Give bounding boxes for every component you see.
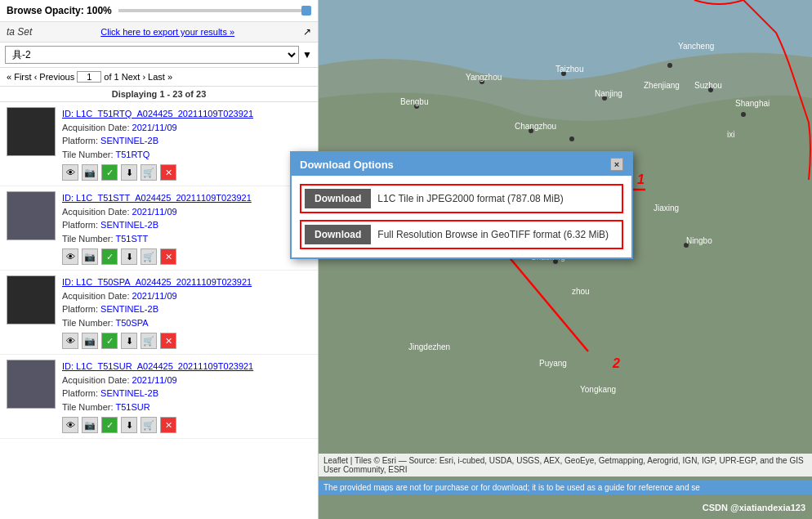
- thumbnail: [7, 191, 56, 240]
- remove-icon[interactable]: ✕: [160, 248, 176, 265]
- result-details: ID: L1C_T51RTQ_A024425_20211109T023921 A…: [62, 107, 311, 181]
- download-button-1[interactable]: Download: [305, 189, 371, 208]
- result-details: ID: L1C_T50SPA_A024425_20211109T023921 A…: [62, 275, 311, 349]
- pagination-bar: « First ‹ Previous of 1 Next › Last »: [0, 68, 318, 87]
- first-link[interactable]: « First: [7, 72, 32, 82]
- csdn-watermark: CSDN @xiatiandexia123: [703, 503, 805, 512]
- camera-icon[interactable]: 📷: [82, 417, 98, 433]
- remove-icon[interactable]: ✕: [160, 417, 176, 433]
- export-link[interactable]: Click here to export your results »: [100, 27, 234, 37]
- thumbnail: [7, 275, 56, 324]
- svg-text:Jingdezhen: Jingdezhen: [408, 342, 450, 351]
- map-background: Bengbu Yangzhou Taizhou Yancheng Nanjing…: [319, 0, 812, 519]
- dropdown-icon[interactable]: ▼: [302, 49, 312, 60]
- cart-icon[interactable]: 🛒: [141, 164, 157, 181]
- svg-text:Yangzhou: Yangzhou: [466, 73, 502, 82]
- eye-icon[interactable]: 👁: [62, 417, 78, 433]
- list-item: ID: L1C_T51RTQ_A024425_20211109T023921 A…: [0, 102, 318, 186]
- download-icon[interactable]: ⬇: [121, 248, 137, 265]
- opacity-slider[interactable]: [118, 9, 311, 12]
- cart-icon[interactable]: 🛒: [141, 417, 157, 433]
- camera-icon[interactable]: 📷: [82, 164, 98, 181]
- export-bar: ta Set Click here to export your results…: [0, 22, 318, 43]
- edit-icon[interactable]: ✓: [101, 248, 118, 265]
- eye-icon[interactable]: 👁: [62, 164, 78, 181]
- cart-icon[interactable]: 🛒: [141, 333, 157, 349]
- result-id[interactable]: ID: L1C_T51RTQ_A024425_20211109T023921: [62, 109, 253, 119]
- result-actions: 👁 📷 ✓ ⬇ 🛒 ✕: [62, 333, 311, 349]
- list-item: ID: L1C_T51STT_A024425_20211109T023921 A…: [0, 186, 318, 271]
- left-panel: Browse Opacity: 100% ta Set Click here t…: [0, 0, 319, 519]
- map-attribution: Leaflet | Tiles © Esri — Source: Esri, i…: [319, 454, 812, 476]
- browse-opacity-label: Browse Opacity: 100%: [7, 5, 112, 16]
- svg-point-7: [741, 112, 746, 117]
- result-actions: 👁 📷 ✓ ⬇ 🛒 ✕: [62, 248, 311, 265]
- svg-text:ixi: ixi: [727, 130, 734, 139]
- svg-text:Zhenjiang: Zhenjiang: [644, 81, 680, 90]
- download-desc-2: Full Resolution Browse in GeoTIFF format…: [377, 229, 609, 240]
- export-icon[interactable]: ↗: [303, 26, 311, 38]
- download-icon[interactable]: ⬇: [121, 164, 137, 181]
- dataset-label: ta Set: [7, 26, 32, 38]
- svg-text:Ningbo: Ningbo: [686, 236, 712, 245]
- download-desc-1: L1C Tile in JPEG2000 format (787.08 MiB): [377, 193, 563, 204]
- download-icon[interactable]: ⬇: [121, 417, 137, 433]
- last-link[interactable]: Last »: [148, 72, 172, 82]
- dialog-close-button[interactable]: ×: [610, 158, 623, 171]
- results-list: ID: L1C_T51RTQ_A024425_20211109T023921 A…: [0, 102, 318, 515]
- remove-icon[interactable]: ✕: [160, 333, 176, 349]
- download-option-2: Download Full Resolution Browse in GeoTI…: [300, 220, 623, 249]
- thumbnail: [7, 360, 56, 409]
- result-details: ID: L1C_T51SUR_A024425_20211109T023921 A…: [62, 360, 311, 433]
- svg-text:Puyang: Puyang: [539, 359, 567, 368]
- displaying-text: Displaying 1 - 23 of 23: [0, 87, 318, 102]
- thumbnail: [7, 107, 56, 156]
- svg-text:Bengbu: Bengbu: [400, 97, 428, 106]
- result-actions: 👁 📷 ✓ ⬇ 🛒 ✕: [62, 417, 311, 433]
- map-area: Bengbu Yangzhou Taizhou Yancheng Nanjing…: [319, 0, 812, 519]
- svg-text:Shanghai: Shanghai: [735, 99, 770, 108]
- dataset-select-row: 具-2 ▼: [0, 43, 318, 68]
- download-option-1: Download L1C Tile in JPEG2000 format (78…: [300, 184, 623, 213]
- svg-text:Changzhou: Changzhou: [515, 122, 556, 131]
- of-text: of 1: [104, 72, 118, 82]
- pagination-links: « First ‹ Previous of 1 Next › Last »: [7, 71, 172, 83]
- dialog-title: Download Options: [300, 159, 394, 171]
- download-button-2[interactable]: Download: [305, 225, 371, 244]
- previous-link[interactable]: ‹ Previous: [34, 72, 75, 82]
- result-id[interactable]: ID: L1C_T51STT_A024425_20211109T023921: [62, 193, 252, 203]
- svg-point-5: [667, 63, 672, 68]
- remove-icon[interactable]: ✕: [160, 164, 176, 181]
- edit-icon[interactable]: ✓: [101, 417, 118, 433]
- camera-icon[interactable]: 📷: [82, 333, 98, 349]
- svg-text:Taizhou: Taizhou: [555, 65, 583, 74]
- download-icon[interactable]: ⬇: [121, 333, 137, 349]
- eye-icon[interactable]: 👁: [62, 248, 78, 265]
- eye-icon[interactable]: 👁: [62, 333, 78, 349]
- result-id[interactable]: ID: L1C_T50SPA_A024425_20211109T023921: [62, 277, 252, 287]
- list-item: ID: L1C_T51SUR_A024425_20211109T023921 A…: [0, 355, 318, 439]
- browse-opacity-bar: Browse Opacity: 100%: [0, 0, 318, 22]
- result-actions: 👁 📷 ✓ ⬇ 🛒 ✕: [62, 164, 311, 181]
- svg-text:Nanjing: Nanjing: [595, 89, 622, 98]
- page-input[interactable]: [77, 71, 101, 83]
- download-dialog: Download Options × Download L1C Tile in …: [290, 151, 633, 259]
- svg-text:Suzhou: Suzhou: [694, 81, 722, 90]
- cart-icon[interactable]: 🛒: [141, 248, 157, 265]
- next-link[interactable]: Next ›: [122, 72, 145, 82]
- svg-text:zhou: zhou: [572, 287, 590, 296]
- map-disclaimer: The provided maps are not for purchase o…: [319, 481, 812, 494]
- svg-text:Jiaxing: Jiaxing: [654, 204, 679, 213]
- svg-text:Yancheng: Yancheng: [678, 42, 714, 51]
- dialog-body: Download L1C Tile in JPEG2000 format (78…: [292, 176, 631, 257]
- svg-point-9: [569, 136, 574, 141]
- result-id[interactable]: ID: L1C_T51SUR_A024425_20211109T023921: [62, 361, 253, 371]
- dialog-header: Download Options ×: [292, 153, 631, 176]
- svg-text:Yongkang: Yongkang: [580, 385, 616, 394]
- result-details: ID: L1C_T51STT_A024425_20211109T023921 A…: [62, 191, 311, 265]
- edit-icon[interactable]: ✓: [101, 333, 118, 349]
- dataset-select[interactable]: 具-2: [5, 46, 299, 64]
- camera-icon[interactable]: 📷: [82, 248, 98, 265]
- list-item: ID: L1C_T50SPA_A024425_20211109T023921 A…: [0, 271, 318, 355]
- edit-icon[interactable]: ✓: [101, 164, 118, 181]
